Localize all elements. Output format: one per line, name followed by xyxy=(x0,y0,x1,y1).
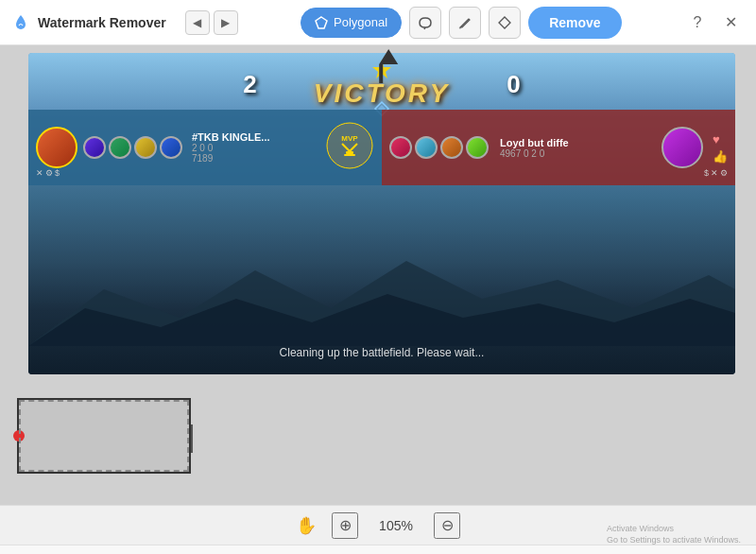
svg-text:MVP: MVP xyxy=(341,134,358,143)
avatar-7 xyxy=(415,136,438,159)
app-title: Watermark Remover xyxy=(38,15,166,30)
action-bar: New Image Activate Windows Go to Setting… xyxy=(0,545,756,554)
polygonal-icon xyxy=(315,16,328,29)
team-left-stats: 2 0 0 xyxy=(192,143,270,153)
avatar-4 xyxy=(134,136,157,159)
zoom-level-display: 105% xyxy=(373,518,419,533)
mvp-badge-area: MVP xyxy=(325,121,374,174)
brush-icon xyxy=(457,15,472,30)
lasso-tool-button[interactable] xyxy=(409,7,441,39)
team-right-main-avatar xyxy=(662,127,703,168)
zoom-in-button[interactable]: ⊕ xyxy=(332,512,358,539)
close-button[interactable]: ✕ xyxy=(718,9,745,36)
title-left: Watermark Remover ◀ ▶ xyxy=(11,10,238,35)
reaction-icons: ♥ 👍 xyxy=(713,132,728,164)
title-right: ? ✕ xyxy=(684,9,745,36)
avatar-8 xyxy=(440,136,463,159)
title-bar: Watermark Remover ◀ ▶ Polygonal xyxy=(0,0,756,45)
selection-box[interactable] xyxy=(17,398,191,474)
windows-watermark: Activate Windows Go to Settings to activ… xyxy=(607,523,741,546)
score-left: 2 xyxy=(243,70,256,99)
team-left-small-avatars xyxy=(83,136,182,159)
app-logo-icon xyxy=(11,13,30,32)
mountain-silhouette xyxy=(28,233,735,346)
right-icons-header: $✕⚙ xyxy=(704,168,728,178)
brush-tool-button[interactable] xyxy=(449,7,481,39)
selection-dashed-outline xyxy=(19,400,189,472)
team-right-player-name: Loyd but diffe xyxy=(500,137,569,148)
hand-tool-icon[interactable]: ✋ xyxy=(296,515,317,536)
polygonal-tool-button[interactable]: Polygonal xyxy=(301,8,402,38)
scoreboard: ✕⚙$ #TKB KINGLE... 2 0 0 7189 xyxy=(28,110,735,185)
help-button[interactable]: ? xyxy=(684,9,711,36)
lasso-icon xyxy=(418,15,433,30)
svg-rect-8 xyxy=(344,154,355,156)
svg-point-5 xyxy=(327,123,372,168)
avatar-2 xyxy=(83,136,106,159)
team-right-small-avatars xyxy=(389,136,489,159)
battlefield-text: Cleaning up the battlefield. Please wait… xyxy=(28,346,735,359)
forward-button[interactable]: ▶ xyxy=(214,10,238,35)
game-image[interactable]: 2 VICTORY 0 ✕⚙$ xyxy=(28,53,735,374)
arrow-annotation xyxy=(379,49,398,83)
mvp-trophy-icon: MVP xyxy=(325,121,374,170)
left-icons-header: ✕⚙$ xyxy=(36,168,60,178)
team-right: $✕⚙ Loyd but diffe 4967 0 2 0 ♥ xyxy=(382,110,735,185)
score-right: 0 xyxy=(507,70,520,99)
team-left-main-avatar xyxy=(36,127,77,168)
team-left-player-name: #TKB KINGLE... xyxy=(192,131,270,143)
team-right-info: Loyd but diffe 4967 0 2 0 xyxy=(500,137,569,159)
avatar-3 xyxy=(109,136,131,159)
main-canvas-area: 2 VICTORY 0 ✕⚙$ xyxy=(0,45,756,505)
selection-handle xyxy=(185,424,193,453)
erase-icon xyxy=(497,15,512,30)
arrow-up-icon xyxy=(379,49,398,64)
arrow-stem xyxy=(379,64,383,83)
zoom-out-button[interactable]: ⊖ xyxy=(434,512,460,539)
avatar-6 xyxy=(389,136,412,159)
team-left: ✕⚙$ #TKB KINGLE... 2 0 0 7189 xyxy=(28,110,382,185)
team-right-stats: 4967 0 2 0 xyxy=(500,148,569,159)
team-left-score: 7189 xyxy=(192,153,270,164)
svg-marker-1 xyxy=(499,17,510,28)
svg-marker-0 xyxy=(316,17,327,28)
nav-buttons: ◀ ▶ xyxy=(185,10,238,35)
svg-rect-7 xyxy=(346,151,353,154)
back-button[interactable]: ◀ xyxy=(185,10,210,35)
team-right-main-avatar-area xyxy=(662,127,703,168)
avatar-5 xyxy=(160,136,182,159)
toolbar-center: Polygonal Remove xyxy=(301,7,622,39)
remove-button[interactable]: Remove xyxy=(528,7,621,39)
avatar-9 xyxy=(466,136,489,159)
erase-tool-button[interactable] xyxy=(489,7,521,39)
team-left-info: #TKB KINGLE... 2 0 0 7189 xyxy=(192,131,270,164)
